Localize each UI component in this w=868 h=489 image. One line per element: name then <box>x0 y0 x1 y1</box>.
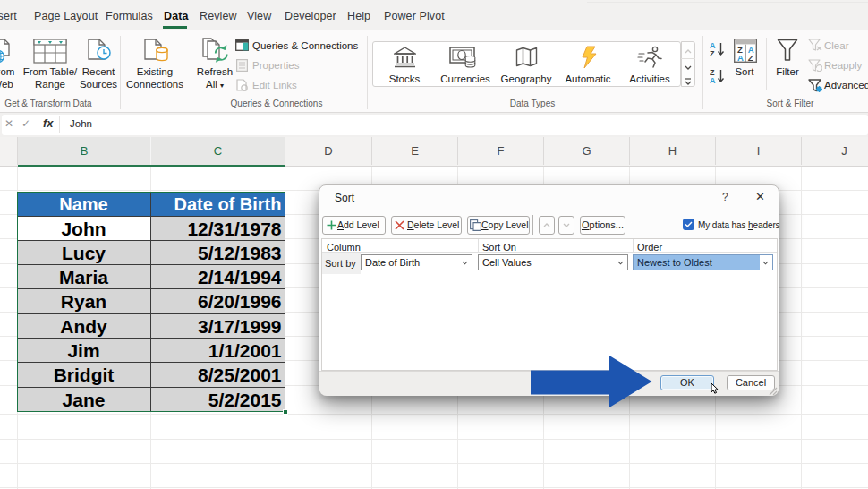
svg-text:Z: Z <box>748 53 753 63</box>
svg-text:A: A <box>737 53 744 63</box>
svg-text:A: A <box>710 76 716 84</box>
svg-text:Z: Z <box>710 49 715 57</box>
